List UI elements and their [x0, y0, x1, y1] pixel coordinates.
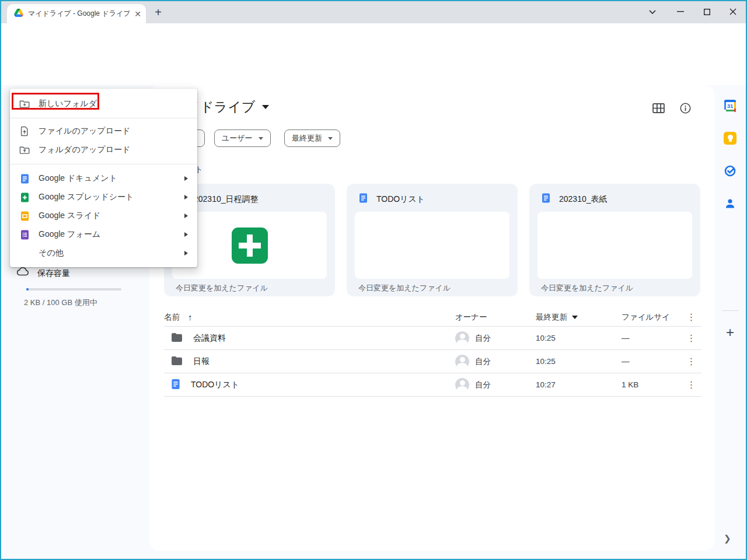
owner-avatar — [455, 378, 469, 392]
file-size: — — [622, 334, 681, 342]
card-title: TODOリスト — [376, 194, 425, 205]
card-caption: 今日変更を加えたファイル — [541, 283, 633, 293]
filter-chip-modified[interactable]: 最終更新 — [284, 130, 340, 147]
row-actions-kebab-icon[interactable]: ⋮ — [681, 356, 701, 367]
card-title: 202310_表紙 — [559, 194, 608, 205]
info-icon[interactable] — [678, 101, 692, 115]
suggestion-card[interactable]: TODOリスト 今日変更を加えたファイル — [347, 184, 518, 296]
storage-usage-text: 2 KB / 100 GB 使用中 — [24, 298, 97, 308]
sheets-logo-large-icon — [232, 228, 268, 264]
blank-icon-spacer — [19, 248, 30, 258]
sort-ascending-arrow-icon: ↑ — [188, 312, 193, 322]
file-upload-icon — [19, 126, 30, 136]
browser-toolbar: drive.google.com/drive/my-drive ☆ U ⋮ — [0, 23, 747, 51]
owner-label: 自分 — [475, 356, 491, 367]
menu-item-label: Google スプレッドシート — [39, 192, 176, 202]
menu-item-google-forms[interactable]: Google フォーム — [10, 225, 197, 244]
cloud-storage-icon — [16, 266, 30, 279]
column-header-owner[interactable]: オーナー — [455, 312, 536, 323]
tasks-icon[interactable] — [724, 164, 736, 177]
submenu-arrow-icon — [184, 214, 188, 218]
tab-search-chevron-icon[interactable] — [643, 3, 662, 20]
chevron-down-icon — [328, 137, 333, 140]
column-header-name[interactable]: 名前 ↑ — [164, 312, 455, 323]
column-header-modified[interactable]: 最終更新 — [536, 312, 622, 323]
menu-item-label: Google フォーム — [39, 229, 176, 240]
title-caret-icon — [262, 105, 269, 109]
docs-icon — [19, 173, 30, 184]
file-table: 名前 ↑ オーナー 最終更新 ファイルサイ ⋮ — [164, 308, 701, 397]
rail-divider — [722, 310, 738, 311]
table-options-kebab-icon[interactable]: ⋮ — [681, 312, 701, 323]
contacts-icon[interactable] — [724, 197, 736, 210]
header-modified-label: 最終更新 — [536, 313, 567, 321]
file-name: 会議資料 — [193, 333, 226, 344]
submenu-arrow-icon — [184, 251, 188, 256]
annotation-highlight-box — [12, 93, 99, 110]
window-maximize-button[interactable] — [697, 3, 716, 20]
menu-item-more[interactable]: その他 — [10, 244, 197, 262]
menu-item-folder-upload[interactable]: フォルダのアップロード — [10, 141, 197, 159]
owner-label: 自分 — [475, 333, 491, 344]
storage-progress-bar — [26, 288, 121, 290]
menu-item-label: フォルダのアップロード — [39, 145, 188, 155]
slides-icon — [19, 211, 30, 221]
menu-item-label: Google スライド — [39, 211, 176, 221]
owner-label: 自分 — [475, 380, 491, 390]
window-minimize-button[interactable] — [671, 3, 690, 20]
menu-divider — [10, 118, 197, 118]
submenu-arrow-icon — [184, 195, 188, 200]
suggestion-card[interactable]: 202310_表紙 今日変更を加えたファイル — [529, 184, 700, 296]
keep-icon[interactable] — [724, 132, 736, 145]
header-size-label: ファイルサイ — [622, 313, 670, 321]
sheets-icon — [19, 192, 30, 202]
header-owner-label: オーナー — [455, 312, 487, 323]
window-close-button[interactable] — [724, 3, 742, 20]
docs-file-icon — [358, 193, 368, 205]
tab-title: マイドライブ - Google ドライブ — [28, 9, 130, 19]
table-row[interactable]: TODOリスト 自分 10:27 1 KB ⋮ — [164, 373, 701, 397]
card-preview — [355, 212, 509, 279]
folder-upload-icon — [19, 145, 30, 155]
storage-progress-fill — [26, 288, 29, 290]
tab-close-icon[interactable]: ✕ — [134, 10, 141, 18]
row-actions-kebab-icon[interactable]: ⋮ — [681, 379, 701, 390]
modified-time: 10:27 — [536, 380, 622, 389]
menu-divider — [10, 164, 197, 164]
get-add-ons-plus-icon[interactable]: + — [723, 326, 737, 340]
menu-item-label: ファイルのアップロード — [39, 126, 188, 136]
file-size: 1 KB — [622, 380, 681, 389]
modified-time: 10:25 — [536, 357, 622, 366]
column-header-size[interactable]: ファイルサイ — [622, 312, 681, 323]
calendar-icon[interactable]: 31 — [724, 99, 736, 112]
menu-item-label: その他 — [39, 248, 176, 258]
submenu-arrow-icon — [184, 232, 188, 237]
menu-item-file-upload[interactable]: ファイルのアップロード — [10, 122, 197, 141]
table-row[interactable]: 日報 自分 10:25 — ⋮ — [164, 350, 701, 373]
menu-item-google-slides[interactable]: Google スライド — [10, 206, 197, 225]
filter-chip-people[interactable]: ユーザー — [214, 130, 271, 147]
new-menu: 新しいフォルダ ファイルのアップロード フォルダのアップロード Google ド… — [10, 89, 197, 267]
table-row[interactable]: 会議資料 自分 10:25 — ⋮ — [164, 327, 701, 350]
menu-item-google-docs[interactable]: Google ドキュメント — [10, 169, 197, 188]
show-side-panel-chevron-icon[interactable]: ❯ — [724, 533, 731, 544]
new-tab-button[interactable]: + — [151, 5, 166, 20]
browser-tab[interactable]: マイドライブ - Google ドライブ ✕ — [7, 4, 146, 23]
drive-favicon — [14, 9, 23, 19]
forms-icon — [19, 229, 30, 240]
menu-item-google-sheets[interactable]: Google スプレッドシート — [10, 188, 197, 206]
sort-descending-icon — [572, 316, 578, 319]
row-actions-kebab-icon[interactable]: ⋮ — [681, 332, 701, 344]
list-grid-view-toggle[interactable] — [651, 101, 665, 115]
storage-label[interactable]: 保存容量 — [37, 268, 70, 279]
browser-tabstrip: マイドライブ - Google ドライブ ✕ + — [0, 0, 747, 23]
filter-chip-modified-label: 最終更新 — [292, 133, 322, 144]
owner-avatar — [455, 355, 469, 369]
docs-file-icon — [541, 193, 551, 205]
header-name-label: 名前 — [164, 312, 180, 323]
file-name: TODOリスト — [191, 380, 239, 390]
main-content: マイドライブ 種類 ユーザー 最終更新 候補リスト — [149, 85, 714, 551]
card-caption: 今日変更を加えたファイル — [176, 283, 268, 293]
folder-icon — [171, 356, 183, 368]
docs-file-icon — [171, 379, 180, 391]
